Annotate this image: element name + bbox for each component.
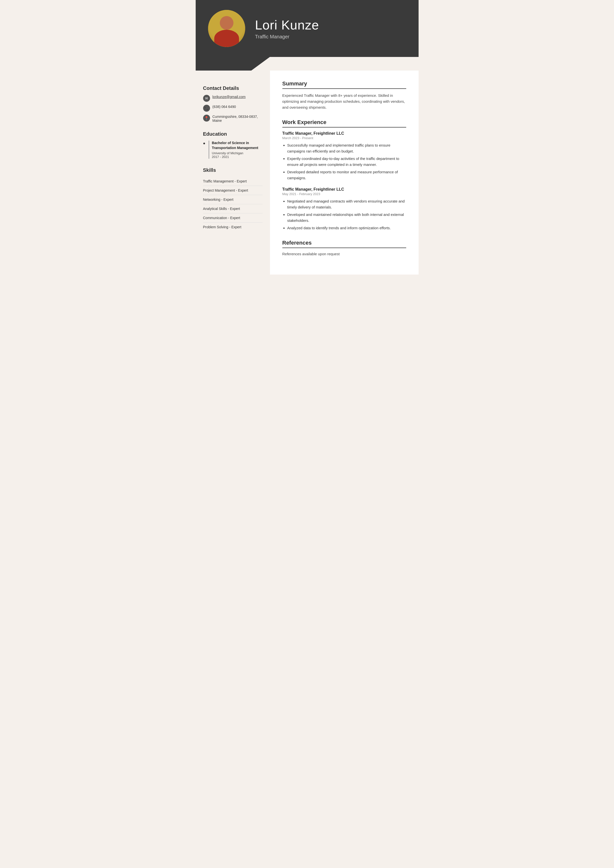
- contact-section-title: Contact Details: [203, 85, 263, 91]
- education-bullet-icon: ●: [203, 141, 205, 159]
- jobs-list: Traffic Manager, Freightliner LLCMarch 2…: [282, 131, 406, 231]
- job-entry: Traffic Manager, Freightliner LLCMay 202…: [282, 187, 406, 231]
- candidate-name: Lori Kunze: [255, 17, 319, 33]
- work-experience-section: Work Experience Traffic Manager, Freight…: [282, 119, 406, 231]
- education-item: ● Bachelor of Science in Transportation …: [203, 141, 263, 159]
- header-decoration: [196, 57, 418, 71]
- education-school: University of Michigan: [212, 151, 262, 155]
- skills-section: Skills Traffic Management - ExpertProjec…: [203, 167, 263, 231]
- job-period: May 2021 - February 2023: [282, 192, 406, 196]
- contact-email-item: ✉ lorikunze@gmail.com: [203, 95, 263, 102]
- summary-text: Experienced Traffic Manager with 8+ year…: [282, 93, 406, 110]
- work-experience-title: Work Experience: [282, 119, 406, 127]
- job-period: March 2023 - Present: [282, 136, 406, 140]
- education-details: Bachelor of Science in Transportation Ma…: [208, 141, 262, 159]
- header-text: Lori Kunze Traffic Manager: [255, 17, 319, 40]
- skill-item: Communication - Expert: [203, 214, 263, 223]
- phone-icon: 📞: [203, 105, 210, 112]
- job-bullet-item: Developed and maintained relationships w…: [287, 212, 406, 223]
- summary-title: Summary: [282, 81, 406, 89]
- education-section: Education ● Bachelor of Science in Trans…: [203, 131, 263, 159]
- phone-value: (638) 064 6490: [213, 105, 236, 108]
- references-title: References: [282, 240, 406, 248]
- job-bullet-item: Successfully managed and implemented tra…: [287, 143, 406, 154]
- education-degree: Bachelor of Science in Transportation Ma…: [212, 141, 262, 150]
- references-text: References available upon request: [282, 252, 406, 256]
- main-content: Summary Experienced Traffic Manager with…: [270, 71, 418, 274]
- job-bullet-item: Negotiated and managed contracts with ve…: [287, 198, 406, 210]
- contact-section: Contact Details ✉ lorikunze@gmail.com 📞 …: [203, 85, 263, 122]
- job-title-text: Traffic Manager, Freightliner LLC: [282, 131, 406, 136]
- email-icon: ✉: [203, 95, 210, 102]
- skill-item: Networking - Expert: [203, 195, 263, 204]
- skills-list: Traffic Management - ExpertProject Manag…: [203, 177, 263, 231]
- main-layout: Contact Details ✉ lorikunze@gmail.com 📞 …: [196, 71, 418, 274]
- summary-section: Summary Experienced Traffic Manager with…: [282, 81, 406, 110]
- job-title: Traffic Manager: [255, 34, 319, 40]
- avatar: [208, 10, 245, 47]
- skill-item: Analytical Skills - Expert: [203, 204, 263, 214]
- contact-location-item: 📍 Cummingsshire, 08334-0837, Maine: [203, 115, 263, 122]
- contact-phone-item: 📞 (638) 064 6490: [203, 105, 263, 112]
- education-years: 2017 - 2021: [212, 155, 262, 159]
- job-title-text: Traffic Manager, Freightliner LLC: [282, 187, 406, 192]
- skill-item: Traffic Management - Expert: [203, 177, 263, 186]
- sidebar: Contact Details ✉ lorikunze@gmail.com 📞 …: [196, 71, 270, 274]
- skill-item: Problem Solving - Expert: [203, 223, 263, 231]
- resume-header: Lori Kunze Traffic Manager: [196, 0, 418, 57]
- address-value: Cummingsshire, 08334-0837, Maine: [213, 115, 258, 122]
- job-bullets: Successfully managed and implemented tra…: [282, 143, 406, 181]
- email-value[interactable]: lorikunze@gmail.com: [213, 95, 246, 99]
- references-section: References References available upon req…: [282, 240, 406, 256]
- location-icon: 📍: [203, 115, 210, 122]
- skill-item: Project Management - Expert: [203, 186, 263, 195]
- job-bullet-item: Developed detailed reports to monitor an…: [287, 169, 406, 181]
- job-bullets: Negotiated and managed contracts with ve…: [282, 198, 406, 231]
- job-bullet-item: Analyzed data to identify trends and inf…: [287, 225, 406, 231]
- job-entry: Traffic Manager, Freightliner LLCMarch 2…: [282, 131, 406, 181]
- education-section-title: Education: [203, 131, 263, 137]
- job-bullet-item: Expertly coordinated day-to-day activiti…: [287, 156, 406, 167]
- skills-section-title: Skills: [203, 167, 263, 173]
